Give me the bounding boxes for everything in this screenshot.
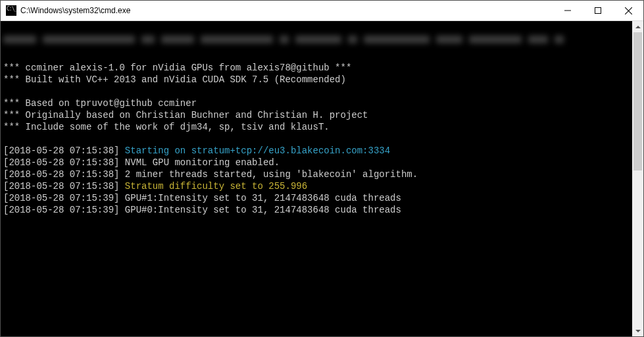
log-line: [2018-05-28 07:15:38] NVML GPU monitorin… bbox=[3, 157, 280, 168]
titlebar[interactable]: C:\Windows\system32\cmd.exe bbox=[1, 1, 643, 21]
maximize-icon bbox=[595, 7, 601, 14]
scroll-up-button[interactable] bbox=[632, 21, 643, 32]
close-icon bbox=[625, 7, 632, 14]
vertical-scrollbar[interactable] bbox=[632, 21, 643, 336]
log-line: [2018-05-28 07:15:38] 2 miner threads st… bbox=[3, 169, 418, 180]
console-output[interactable]: *** ccminer alexis-1.0 for nVidia GPUs f… bbox=[1, 21, 632, 336]
banner-line: *** Include some of the work of djm34, s… bbox=[3, 122, 330, 132]
log-line: [2018-05-28 07:15:39] GPU#1:Intensity se… bbox=[3, 193, 401, 203]
chevron-down-icon bbox=[635, 328, 641, 334]
scroll-down-button[interactable] bbox=[632, 325, 643, 336]
window-title: C:\Windows\system32\cmd.exe bbox=[20, 6, 130, 15]
banner-line: *** ccminer alexis-1.0 for nVidia GPUs f… bbox=[3, 63, 351, 73]
minimize-button[interactable] bbox=[553, 1, 583, 20]
svg-rect-0 bbox=[595, 8, 601, 14]
log-line: [2018-05-28 07:15:39] GPU#0:Intensity se… bbox=[3, 205, 401, 215]
scroll-thumb[interactable] bbox=[633, 32, 642, 170]
close-button[interactable] bbox=[613, 1, 643, 20]
cmd-icon bbox=[6, 5, 16, 16]
client-area: *** ccminer alexis-1.0 for nVidia GPUs f… bbox=[1, 21, 643, 336]
minimize-icon bbox=[564, 7, 571, 14]
cmd-window: C:\Windows\system32\cmd.exe *** ccminer … bbox=[0, 0, 644, 337]
banner-line: *** Originally based on Christian Buchne… bbox=[3, 110, 368, 120]
scroll-track[interactable] bbox=[632, 32, 643, 325]
log-line: [2018-05-28 07:15:38] Stratum difficulty… bbox=[3, 181, 307, 192]
maximize-button[interactable] bbox=[583, 1, 613, 20]
log-line: [2018-05-28 07:15:38] Starting on stratu… bbox=[3, 145, 390, 156]
redacted-command-line bbox=[3, 36, 632, 47]
chevron-up-icon bbox=[635, 24, 641, 30]
banner-line: *** Built with VC++ 2013 and nVidia CUDA… bbox=[3, 74, 346, 85]
banner-line: *** Based on tpruvot@github ccminer bbox=[3, 98, 197, 109]
